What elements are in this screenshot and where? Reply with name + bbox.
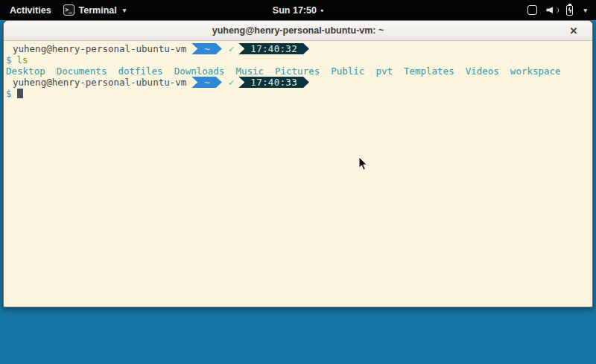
notification-dot-icon: ● [320,0,323,20]
prompt-line: yuheng@henry-personal-ubuntu-vm~✓17:40:3… [6,77,592,88]
desktop: { "topbar": { "activities_label": "Activ… [0,0,596,364]
check-icon: ✓ [229,77,235,88]
command-text: ls [17,54,28,66]
prompt-line: yuheng@henry-personal-ubuntu-vm~✓17:40:3… [6,43,592,54]
prompt-time-badge: 17:40:33 [238,77,309,88]
command-line: $ls [6,54,592,66]
terminal-window: yuheng@henry-personal-ubuntu-vm: ~ ✕ yuh… [3,20,593,307]
dir-entry: pvt [375,66,393,77]
system-status-area[interactable]: ϟ ▾ [527,0,596,20]
system-menu-caret-icon: ▾ [583,7,587,14]
dir-entry: dotfiles [118,66,162,77]
check-icon: ✓ [229,43,235,54]
prompt-user: yuheng@henry-personal-ubuntu-vm [13,77,186,88]
display-icon [527,5,537,15]
top-bar: Activities >_ Terminal ▾ Sun 17:50 ● ϟ ▾ [0,0,596,20]
prompt-path-segment: ~ [191,77,222,88]
prompt-time-badge: 17:40:32 [238,43,309,54]
dir-entry: Videos [466,66,499,77]
chevron-down-icon: ▾ [123,7,127,14]
dir-entry: Music [235,66,264,77]
input-line[interactable]: $ [6,88,592,99]
dir-entry: Templates [404,66,454,77]
prompt-path-segment: ~ [191,43,222,54]
dir-entry: Public [331,66,364,77]
dir-entry: Downloads [174,66,225,77]
app-menu[interactable]: >_ Terminal ▾ [63,4,127,16]
terminal-app-icon: >_ [63,4,74,16]
battery-charging-icon: ϟ [566,5,573,16]
clock-label[interactable]: Sun 17:50 [273,5,317,16]
ls-output-line: DesktopDocumentsdotfilesDownloadsMusicPi… [6,66,592,77]
dir-entry: workspace [510,66,561,77]
prompt-dollar: $ [6,88,12,99]
dir-entry: Documents [57,66,107,77]
volume-icon [546,5,557,15]
window-title: yuheng@henry-personal-ubuntu-vm: ~ [212,25,384,36]
prompt-dollar: $ [6,54,12,66]
text-cursor [17,89,23,98]
window-titlebar[interactable]: yuheng@henry-personal-ubuntu-vm: ~ ✕ [4,21,592,41]
activities-button[interactable]: Activities [8,5,53,16]
dir-entry: Desktop [6,66,45,77]
app-menu-label: Terminal [79,5,117,16]
dir-entry: Pictures [275,66,320,77]
terminal-content[interactable]: yuheng@henry-personal-ubuntu-vm~✓17:40:3… [4,41,592,99]
prompt-user: yuheng@henry-personal-ubuntu-vm [13,43,186,54]
close-icon[interactable]: ✕ [565,21,582,41]
